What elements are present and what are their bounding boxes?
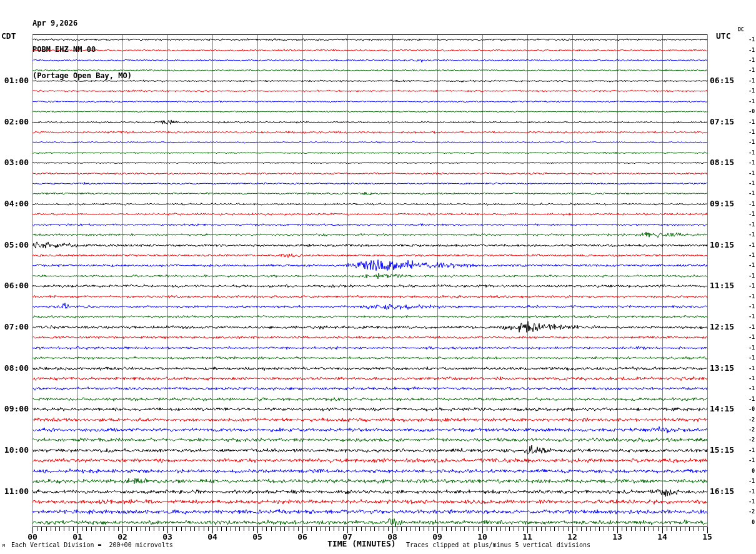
cdt-hour-label: 10:00: [0, 446, 29, 455]
header-station-code: POBM EHZ NM 00: [32, 45, 132, 54]
dc-offset-value: -1: [740, 88, 755, 94]
dc-offset-value: -1: [740, 37, 755, 43]
dc-offset-value: -1: [740, 201, 755, 207]
dc-offset-value: -1: [740, 243, 755, 248]
x-tick-label: 01: [65, 532, 90, 541]
header-station-location: (Portage Open Bay, MO): [32, 71, 132, 80]
dc-offset-value: -1: [740, 68, 755, 73]
helicorder-page: Apr 9,2026 POBM EHZ NM 00 (Portage Open …: [0, 0, 756, 554]
dc-offset-value: -1: [740, 211, 755, 217]
dc-offset-value: -1: [740, 191, 755, 196]
x-tick-label: 11: [515, 532, 540, 541]
dc-offset-value: -1: [740, 294, 755, 300]
utc-hour-label: 11:15: [710, 281, 734, 290]
dc-offset-value: -1: [740, 99, 755, 104]
cdt-hour-label: 03:00: [0, 158, 29, 167]
utc-hour-label: 10:15: [710, 241, 734, 249]
utc-hour-label: 14:15: [710, 405, 734, 413]
cdt-hour-label: 06:00: [0, 281, 29, 290]
utc-hour-label: 07:15: [710, 118, 734, 126]
x-tick-label: 13: [605, 532, 630, 541]
cdt-hour-label: 11:00: [0, 487, 29, 496]
dc-offset-value: -1: [740, 366, 755, 371]
dc-offset-value: -1: [740, 396, 755, 402]
x-tick-label: 03: [155, 532, 180, 541]
dc-offset-value: 0: [740, 468, 755, 474]
dc-offset-value: -2: [740, 427, 755, 433]
dc-offset-value: -1: [740, 48, 755, 53]
x-tick-label: 06: [290, 532, 315, 541]
dc-offset-value: -1: [740, 283, 755, 289]
dc-offset-value: -1: [740, 376, 755, 381]
dc-offset-value: -1: [740, 499, 755, 505]
x-tick-label: 10: [470, 532, 495, 541]
dc-offset-value: -1: [740, 139, 755, 145]
dc-offset-value: -1: [740, 78, 755, 84]
cdt-hour-label: 08:00: [0, 364, 29, 373]
x-tick-label: 15: [695, 532, 720, 541]
dc-offset-value: -0: [740, 109, 755, 114]
utc-hour-label: 13:15: [710, 364, 734, 373]
dc-offset-value: -1: [740, 160, 755, 166]
x-tick-label: 09: [425, 532, 450, 541]
dc-offset-value: -1: [740, 355, 755, 361]
clipping-note: Traces clipped at plus/minus 5 vertical …: [406, 541, 590, 548]
cdt-hour-label: 05:00: [0, 241, 29, 249]
x-tick-label: 02: [110, 532, 135, 541]
utc-hour-label: 09:15: [710, 199, 734, 208]
watermark-glyph: M: [2, 543, 5, 548]
dc-offset-value: -1: [740, 58, 755, 63]
left-axis-title: CDT: [1, 31, 16, 41]
plot-header: Apr 9,2026 POBM EHZ NM 00 (Portage Open …: [32, 1, 132, 98]
dc-offset-value: -1: [740, 222, 755, 228]
dc-offset-value: -1: [740, 448, 755, 453]
dc-offset-value: -1: [740, 273, 755, 279]
cdt-hour-label: 02:00: [0, 118, 29, 126]
dc-offset-value: -1: [740, 458, 755, 463]
x-tick-label: 04: [200, 532, 225, 541]
dc-offset-value: -1: [740, 489, 755, 495]
dc-offset-value: -0: [740, 406, 755, 412]
cdt-hour-label: 09:00: [0, 405, 29, 413]
dc-offset-value: -1: [740, 325, 755, 330]
right-axis-title: UTC: [716, 31, 730, 41]
x-tick-label: 14: [650, 532, 675, 541]
header-date: Apr 9,2026: [32, 19, 132, 28]
dc-offset-value: -1: [740, 232, 755, 238]
dc-offset-value: 0: [740, 520, 755, 525]
vertical-division-scale-note: Each Vertical Division = 200+00 microvol…: [11, 541, 173, 548]
cdt-hour-label: 07:00: [0, 323, 29, 331]
utc-hour-label: 15:15: [710, 446, 734, 455]
dc-offset-value: -1: [740, 171, 755, 176]
dc-offset-value: -2: [740, 437, 755, 443]
dc-offset-value: -2: [740, 509, 755, 515]
dc-offset-value: -1: [740, 263, 755, 268]
x-axis-title: TIME (MINUTES): [327, 539, 396, 548]
utc-hour-label: 06:15: [710, 76, 734, 85]
utc-hour-label: 08:15: [710, 158, 734, 167]
dc-offset-value: -1: [740, 150, 755, 156]
dc-offset-value: -1: [740, 253, 755, 258]
dc-offset-value: -1: [740, 386, 755, 391]
x-tick-label: 12: [560, 532, 585, 541]
dc-offset-value: -1: [740, 335, 755, 340]
cdt-hour-label: 04:00: [0, 199, 29, 208]
dc-offset-value: -1: [740, 181, 755, 186]
x-tick-label: 00: [20, 532, 45, 541]
cdt-hour-label: 01:00: [0, 76, 29, 85]
utc-hour-label: 12:15: [710, 323, 734, 331]
utc-hour-label: 16:15: [710, 487, 734, 496]
dc-offset-value: -1: [740, 119, 755, 125]
dc-offset-value: -1: [740, 304, 755, 310]
dc-offset-value: -2: [740, 417, 755, 423]
dc-offset-value: -1: [740, 478, 755, 484]
dc-offset-value: -1: [740, 129, 755, 135]
dc-offset-value: -1: [740, 314, 755, 320]
x-tick-label: 05: [245, 532, 270, 541]
dc-column-header: DC: [738, 27, 744, 33]
dc-offset-value: -1: [740, 345, 755, 351]
